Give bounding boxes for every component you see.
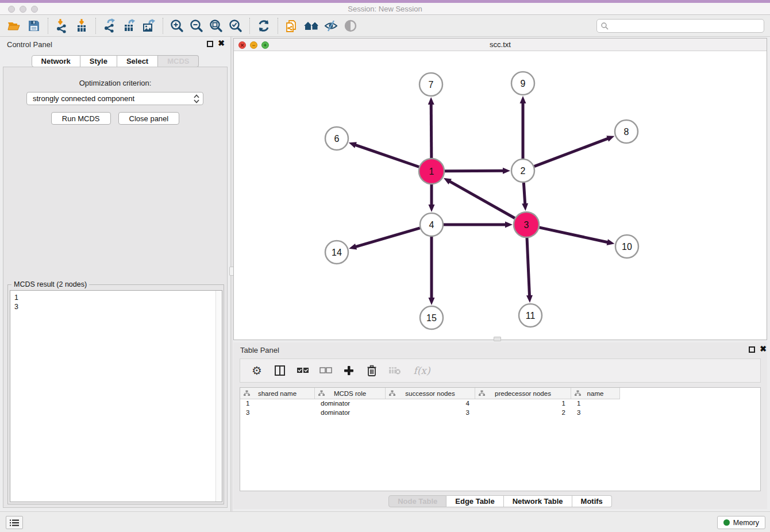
- table-settings-button[interactable]: ⚙: [249, 362, 264, 379]
- deselect-all-button[interactable]: [318, 362, 333, 379]
- open-session-button[interactable]: [5, 17, 24, 35]
- tab-style[interactable]: Style: [80, 55, 117, 67]
- table-panel-close-button[interactable]: ✖: [759, 345, 767, 353]
- column-header-label: MCDS role: [334, 390, 366, 397]
- graph-node-label-9: 9: [521, 79, 526, 88]
- graph-node-label-3: 3: [524, 220, 529, 230]
- close-panel-button[interactable]: Close panel: [118, 112, 180, 125]
- memory-button[interactable]: Memory: [717, 516, 765, 529]
- table-row[interactable]: 1dominator411: [240, 399, 760, 408]
- graph-edge-1-2[interactable]: [445, 171, 504, 171]
- table-cell[interactable]: 3: [240, 408, 315, 418]
- clone-network-button[interactable]: [282, 17, 302, 35]
- graph-edge-2-3[interactable]: [523, 183, 525, 205]
- tab-select[interactable]: Select: [117, 55, 158, 67]
- table-cell[interactable]: dominator: [315, 408, 386, 418]
- column-hierarchy-icon: [479, 390, 485, 396]
- column-header-predecessor-nodes[interactable]: predecessor nodes: [475, 388, 571, 399]
- eye-icon: [343, 18, 358, 33]
- table-cell[interactable]: 3: [571, 408, 620, 418]
- zoom-in-button[interactable]: [167, 17, 187, 35]
- table-row[interactable]: 3dominator323: [240, 408, 760, 418]
- graph-edge-3-10[interactable]: [539, 228, 608, 242]
- tab-network-table[interactable]: Network Table: [504, 495, 572, 507]
- select-all-button[interactable]: [295, 362, 310, 379]
- table-cell[interactable]: 1: [571, 399, 620, 408]
- table-cell[interactable]: 1: [240, 399, 315, 408]
- graph-edge-3-1[interactable]: [449, 181, 514, 218]
- graph-arrowhead: [520, 96, 526, 103]
- delete-table-icon: [388, 366, 401, 375]
- export-image-button[interactable]: [139, 17, 159, 35]
- network-bottom-grip[interactable]: [494, 337, 501, 341]
- column-hierarchy-icon: [389, 390, 395, 396]
- table-cell[interactable]: 3: [386, 408, 475, 418]
- tab-edge-table[interactable]: Edge Table: [446, 495, 503, 507]
- table-panel-tabs: Node TableEdge TableNetwork TableMotifs: [233, 495, 767, 507]
- graph-arrowhead: [522, 203, 528, 211]
- tab-mcds[interactable]: MCDS: [158, 55, 199, 67]
- column-header-label: predecessor nodes: [495, 390, 551, 397]
- graph-edge-3-11[interactable]: [527, 238, 530, 296]
- add-column-button[interactable]: [341, 362, 356, 379]
- control-panel-close-button[interactable]: ✖: [217, 39, 225, 47]
- column-header-label: name: [587, 390, 604, 397]
- column-header-MCDS-role[interactable]: MCDS role: [315, 388, 386, 399]
- tab-motifs[interactable]: Motifs: [572, 495, 612, 507]
- show-eye-button[interactable]: [341, 17, 360, 35]
- import-network-button[interactable]: [52, 17, 72, 35]
- table-panel-float-button[interactable]: [749, 346, 755, 353]
- home-view-button[interactable]: [302, 17, 321, 35]
- graph-edge-4-14[interactable]: [355, 228, 420, 247]
- tab-node-table[interactable]: Node Table: [388, 495, 446, 507]
- zoom-out-button[interactable]: [187, 17, 206, 35]
- mcds-result-title: MCDS result (2 nodes): [11, 280, 89, 288]
- graph-arrowhead: [606, 136, 614, 141]
- show-columns-button[interactable]: [272, 362, 287, 379]
- graph-edge-1-7[interactable]: [431, 103, 432, 158]
- hide-panels-button[interactable]: [321, 17, 341, 35]
- control-panel-float-button[interactable]: [207, 41, 213, 47]
- node-table: shared nameMCDS rolesuccessor nodesprede…: [240, 387, 761, 491]
- right-column: ✕ − + scc.txt 7968124314101511 Table Pan…: [233, 37, 770, 511]
- search-input[interactable]: [609, 21, 764, 31]
- table-cell[interactable]: 1: [475, 399, 571, 408]
- graph-node-label-15: 15: [426, 313, 437, 323]
- table-cell[interactable]: 2: [475, 408, 571, 418]
- toolbar-search-box: [596, 19, 764, 33]
- import-table-icon: [74, 18, 89, 33]
- table-cell[interactable]: dominator: [315, 399, 386, 408]
- criterion-select[interactable]: strongly connected component: [26, 92, 203, 105]
- graph-arrowhead: [428, 97, 434, 105]
- export-network-icon: [102, 18, 117, 33]
- table-panel-header: Table Panel ✖: [233, 342, 767, 357]
- refresh-layout-button[interactable]: [254, 17, 274, 35]
- plus-icon: [344, 365, 354, 376]
- graph-arrowhead: [505, 222, 513, 228]
- import-table-button[interactable]: [72, 17, 91, 35]
- zoom-selected-button[interactable]: [226, 17, 245, 35]
- tab-network[interactable]: Network: [32, 55, 80, 67]
- column-header-shared-name[interactable]: shared name: [240, 388, 315, 399]
- export-network-button[interactable]: [100, 17, 120, 35]
- column-header-successor-nodes[interactable]: successor nodes: [386, 388, 475, 399]
- save-session-button[interactable]: [24, 17, 44, 35]
- run-mcds-button[interactable]: Run MCDS: [51, 112, 111, 125]
- zoom-selected-icon: [228, 18, 243, 33]
- mcds-result-area[interactable]: 1 3: [10, 290, 222, 502]
- graph-edge-2-8[interactable]: [534, 138, 609, 167]
- zoom-fit-button[interactable]: [206, 17, 226, 35]
- graph-edge-1-6[interactable]: [355, 145, 419, 167]
- fx-icon: f(x): [413, 365, 430, 376]
- status-bar: Memory: [0, 511, 770, 532]
- export-table-button[interactable]: [120, 17, 139, 35]
- main-toolbar: [0, 15, 770, 37]
- table-cell[interactable]: 4: [386, 399, 475, 408]
- network-canvas[interactable]: 7968124314101511: [234, 51, 767, 340]
- delete-column-button[interactable]: [364, 362, 379, 379]
- task-history-button[interactable]: [6, 516, 23, 529]
- network-graph[interactable]: 7968124314101511: [234, 51, 767, 340]
- control-panel-title: Control Panel: [7, 40, 52, 49]
- column-header-name[interactable]: name: [571, 388, 620, 399]
- mcds-result-scrollbar[interactable]: [215, 291, 222, 502]
